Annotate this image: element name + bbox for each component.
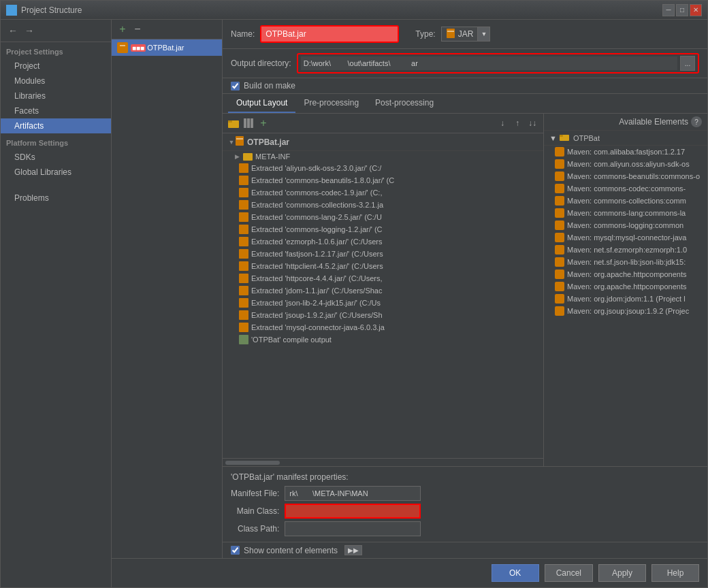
cancel-button[interactable]: Cancel: [545, 564, 593, 582]
tree-node-collections[interactable]: Extracted 'commons-collections-3.2.1.ja: [223, 199, 543, 211]
type-select-container: JAR ▼: [441, 27, 491, 42]
sidebar-item-sdks[interactable]: SDKs: [1, 150, 111, 165]
main-class-input[interactable]: [285, 504, 421, 519]
avail-item-9[interactable]: Maven: net.sf.json-lib:json-lib:jdk15:: [544, 256, 707, 268]
tree-item-11: Extracted 'json-lib-2.4-jdk15.jar/' (C:/…: [251, 299, 381, 307]
help-button[interactable]: Help: [651, 564, 699, 582]
show-content-checkbox[interactable]: [231, 546, 240, 555]
tree-node-jsoup[interactable]: Extracted 'jsoup-1.9.2.jar/' (C:/Users/S…: [223, 309, 543, 321]
avail-item-0[interactable]: Maven: com.alibaba:fastjson:1.2.17: [544, 146, 707, 158]
maven-icon-12: [555, 294, 564, 304]
sidebar-item-global-libraries[interactable]: Global Libraries: [1, 165, 111, 180]
output-dir-browse-button[interactable]: ...: [680, 56, 695, 71]
avail-item-1[interactable]: Maven: com.aliyun.oss:aliyun-sdk-os: [544, 158, 707, 170]
class-path-input[interactable]: [285, 521, 421, 536]
svg-rect-12: [560, 135, 563, 137]
sidebar-item-modules[interactable]: Modules: [1, 74, 111, 88]
tree-horizontal-scrollbar[interactable]: [225, 461, 280, 465]
tree-move-down-btn[interactable]: ↓: [496, 116, 509, 130]
avail-item-2[interactable]: Maven: commons-beanutils:commons-o: [544, 170, 707, 182]
available-elements-content[interactable]: ▼ OTPBat Maven: com.alibaba:fastjson:1.2…: [544, 131, 707, 466]
sidebar-item-libraries[interactable]: Libraries: [1, 88, 111, 103]
tab-post-processing[interactable]: Post-processing: [367, 94, 442, 113]
tree-node-aliyun[interactable]: Extracted 'aliyun-sdk-oss-2.3.0.jar/' (C…: [223, 162, 543, 174]
tree-node-beanutils[interactable]: Extracted 'commons-beanutils-1.8.0.jar/'…: [223, 174, 543, 186]
available-elements-panel: Available Elements ? ▼ OT: [544, 114, 707, 466]
meta-inf-expand: ▶: [234, 153, 240, 160]
tree-content[interactable]: ▶ META-INF Extracted 'aliyun-sdk-oss-2.3…: [223, 151, 543, 458]
avail-item-12[interactable]: Maven: org.jdom:jdom:1.1 (Project l: [544, 293, 707, 305]
sidebar-back-button[interactable]: ←: [6, 24, 20, 37]
extracted-icon-11: [239, 298, 248, 308]
sidebar-forward-button[interactable]: →: [22, 24, 36, 37]
output-dir-label: Output directory:: [231, 59, 291, 68]
tree-node-compile[interactable]: 'OTPBat' compile output: [223, 333, 543, 346]
avail-item-7[interactable]: Maven: mysql:mysql-connector-java: [544, 231, 707, 244]
tree-node-ezmorph[interactable]: Extracted 'ezmorph-1.0.6.jar/' (C:/Users: [223, 235, 543, 248]
avail-item-label-1: Maven: com.aliyun.oss:aliyun-sdk-os: [567, 160, 690, 168]
tree-item-13: Extracted 'mysql-connector-java-6.0.3.ja: [251, 323, 385, 331]
title-bar: Project Structure ─ □ ✕: [1, 1, 707, 20]
tree-node-httpcore[interactable]: Extracted 'httpcore-4.4.4.jar/' (C:/User…: [223, 272, 543, 284]
tree-node-httpclient[interactable]: Extracted 'httpclient-4.5.2.jar/' (C:/Us…: [223, 260, 543, 272]
ok-button[interactable]: OK: [492, 564, 539, 582]
show-content-options-button[interactable]: ▶▶: [344, 545, 362, 555]
tree-node-fastjson[interactable]: Extracted 'fastjson-1.2.17.jar/' (C:/Use…: [223, 248, 543, 260]
tree-item-0: Extracted 'aliyun-sdk-oss-2.3.0.jar/' (C…: [251, 164, 381, 172]
remove-artifact-button[interactable]: −: [131, 22, 144, 36]
type-dropdown-button[interactable]: ▼: [477, 27, 489, 41]
name-label: Name:: [231, 29, 255, 39]
manifest-file-input[interactable]: [285, 486, 421, 501]
manifest-section: 'OTPBat.jar' manifest properties: Manife…: [223, 466, 707, 542]
maven-icon-11: [555, 282, 564, 291]
sidebar-item-problems[interactable]: Problems: [1, 191, 111, 206]
svg-rect-5: [228, 120, 232, 122]
avail-item-label-13: Maven: org.jsoup:jsoup:1.9.2 (Projec: [567, 307, 689, 315]
dialog-title: Project Structure: [21, 5, 82, 15]
meta-inf-label: META-INF: [255, 152, 290, 161]
sidebar-item-project[interactable]: Project: [1, 59, 111, 74]
tree-move-up-btn[interactable]: ↑: [511, 116, 524, 130]
tree-node-logging[interactable]: Extracted 'commons-logging-1.2.jar/' (C: [223, 223, 543, 235]
svg-rect-2: [447, 29, 455, 38]
avail-item-3[interactable]: Maven: commons-codec:commons-: [544, 182, 707, 195]
tree-item-5: Extracted 'commons-logging-1.2.jar/' (C: [251, 225, 383, 233]
avail-item-5[interactable]: Maven: commons-lang:commons-la: [544, 207, 707, 219]
tree-move-bottom-btn[interactable]: ↓↓: [526, 116, 539, 130]
avail-item-13[interactable]: Maven: org.jsoup:jsoup:1.9.2 (Projec: [544, 305, 707, 317]
tree-folder-btn[interactable]: [227, 116, 240, 130]
output-dir-input[interactable]: [301, 56, 677, 70]
add-artifact-button[interactable]: +: [116, 22, 129, 36]
tab-pre-processing[interactable]: Pre-processing: [295, 94, 367, 113]
avail-item-6[interactable]: Maven: commons-logging:common: [544, 219, 707, 231]
sidebar-item-facets[interactable]: Facets: [1, 103, 111, 118]
build-on-make-row: Build on make: [223, 78, 707, 94]
tab-output-layout[interactable]: Output Layout: [228, 94, 295, 113]
apply-button[interactable]: Apply: [598, 564, 646, 582]
tree-columns-btn[interactable]: [242, 116, 255, 130]
maximize-button[interactable]: □: [676, 4, 688, 16]
available-elements-help-button[interactable]: ?: [691, 116, 702, 127]
tree-node-lang[interactable]: Extracted 'commons-lang-2.5.jar/' (C:/U: [223, 211, 543, 223]
tree-item-14: 'OTPBat' compile output: [251, 336, 332, 344]
tree-node-codec[interactable]: Extracted 'commons-codec-1.9.jar/' (C:,: [223, 186, 543, 199]
extracted-icon-3: [239, 200, 248, 210]
name-input[interactable]: [261, 27, 398, 42]
close-button[interactable]: ✕: [690, 4, 702, 16]
tree-node-jdom[interactable]: Extracted 'jdom-1.1.jar/' (C:/Users/Shac: [223, 284, 543, 297]
avail-item-8[interactable]: Maven: net.sf.ezmorph:ezmorph:1.0: [544, 244, 707, 256]
avail-item-10[interactable]: Maven: org.apache.httpcomponents: [544, 268, 707, 280]
available-section-otpbat[interactable]: ▼ OTPBat: [544, 131, 707, 146]
sidebar-item-artifacts[interactable]: Artifacts: [1, 118, 111, 133]
tree-node-mysql[interactable]: Extracted 'mysql-connector-java-6.0.3.ja: [223, 321, 543, 333]
minimize-button[interactable]: ─: [662, 4, 675, 16]
tree-node-meta-inf[interactable]: ▶ META-INF: [223, 151, 543, 162]
tree-node-jsonlib[interactable]: Extracted 'json-lib-2.4-jdk15.jar/' (C:/…: [223, 297, 543, 309]
maven-icon-6: [555, 220, 564, 230]
avail-item-4[interactable]: Maven: commons-collections:comm: [544, 195, 707, 207]
tree-add-btn[interactable]: +: [257, 116, 270, 130]
build-on-make-checkbox[interactable]: [231, 82, 240, 91]
artifact-list-item[interactable]: ■■■OTPBat.jar: [112, 39, 222, 56]
maven-icon-2: [555, 172, 564, 181]
avail-item-11[interactable]: Maven: org.apache.httpcomponents: [544, 280, 707, 293]
